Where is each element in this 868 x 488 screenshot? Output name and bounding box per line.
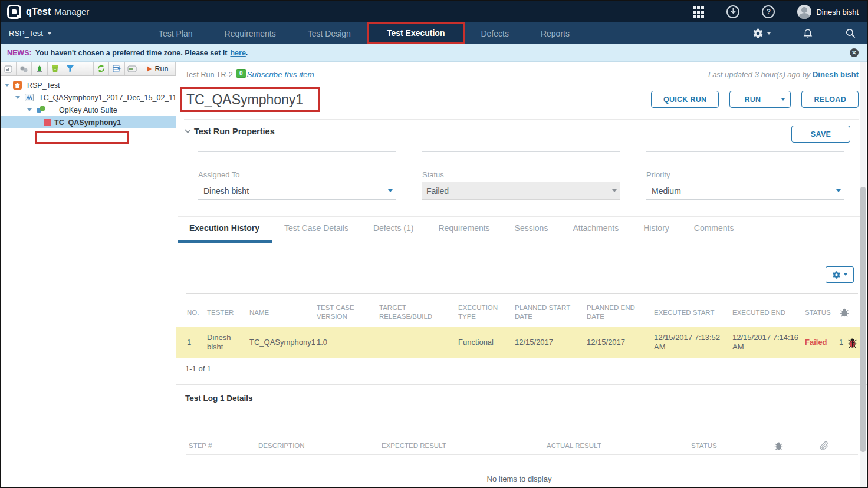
- nav-test-plan[interactable]: Test Plan: [143, 29, 209, 38]
- col-name[interactable]: NAME: [249, 308, 317, 317]
- properties-section-header[interactable]: Test Run Properties: [185, 127, 275, 136]
- col-tester[interactable]: TESTER: [207, 308, 249, 317]
- import-icon[interactable]: [32, 62, 47, 75]
- col-step[interactable]: STEP #: [189, 442, 258, 449]
- tab-comments[interactable]: Comments: [694, 223, 734, 233]
- assigned-to-dropdown[interactable]: Dinesh bisht: [198, 182, 396, 200]
- test-run-tree: RSP_Test TC_QASymphony1_2017_Dec_15_02_1…: [1, 76, 176, 128]
- last-updated-text: Last updated 3 hour(s) ago by: [708, 70, 810, 79]
- recycle-bin-icon[interactable]: [48, 62, 63, 75]
- tree-item-test-suite[interactable]: OpKey Auto Suite: [1, 104, 176, 116]
- run-split-button: RUN: [729, 91, 791, 108]
- vertical-scrollbar[interactable]: [860, 62, 866, 487]
- apps-grid-icon[interactable]: [693, 6, 704, 18]
- scrollbar-thumb[interactable]: [860, 187, 866, 452]
- tab-attachments[interactable]: Attachments: [573, 223, 619, 233]
- tree-item-project[interactable]: RSP_Test: [1, 79, 176, 91]
- tab-test-case-details[interactable]: Test Case Details: [284, 223, 348, 233]
- priority-label: Priority: [646, 170, 670, 179]
- tree-item-test-cycle[interactable]: TC_QASymphony1_2017_Dec_15_02_11_47: [1, 91, 176, 104]
- col-actual-result[interactable]: ACTUAL RESULT: [547, 442, 691, 449]
- play-icon: [147, 66, 152, 72]
- save-button[interactable]: SAVE: [791, 126, 850, 143]
- download-icon[interactable]: [726, 5, 739, 18]
- card-view-icon[interactable]: [125, 62, 140, 75]
- page-title: TC_QASymphony1: [186, 92, 303, 108]
- settings-menu[interactable]: [752, 28, 771, 39]
- run-button-main[interactable]: RUN: [730, 91, 775, 107]
- subscribe-link[interactable]: Subscribe this item: [247, 70, 314, 79]
- nav-requirements[interactable]: Requirements: [209, 29, 292, 38]
- add-test-run-icon[interactable]: [1, 62, 17, 75]
- news-here-link[interactable]: here: [230, 49, 245, 57]
- search-icon[interactable]: [845, 28, 856, 39]
- status-dropdown[interactable]: Failed: [422, 182, 620, 200]
- caret-down-icon[interactable]: [15, 96, 20, 99]
- priority-value: Medium: [647, 186, 681, 196]
- test-suite-icon: [37, 106, 45, 114]
- topbar: qTest Manager ? Dinesh bisht: [1, 1, 867, 22]
- test-run-icon: [44, 119, 51, 126]
- priority-dropdown[interactable]: Medium: [646, 182, 844, 200]
- toolbar-spacer: [78, 62, 94, 75]
- col-executed-end[interactable]: EXECUTED END: [732, 308, 805, 317]
- tab-defects[interactable]: Defects (1): [373, 223, 413, 233]
- qtest-logo-icon: [7, 5, 21, 19]
- run-button[interactable]: Run: [140, 62, 176, 75]
- news-suffix: .: [246, 49, 248, 57]
- nav-test-execution[interactable]: Test Execution: [371, 28, 461, 38]
- quick-run-button[interactable]: QUICK RUN: [651, 91, 719, 108]
- nav-test-design[interactable]: Test Design: [292, 29, 367, 38]
- filter-icon[interactable]: [63, 62, 78, 75]
- caret-down-icon[interactable]: [27, 108, 32, 111]
- tab-sessions[interactable]: Sessions: [515, 223, 548, 233]
- properties-heading: Test Run Properties: [194, 127, 275, 136]
- defect-count: 1: [839, 338, 843, 347]
- user-menu[interactable]: Dinesh bisht: [797, 5, 859, 19]
- tab-requirements[interactable]: Requirements: [438, 223, 489, 233]
- col-expected-result[interactable]: EXPECTED RESULT: [382, 442, 547, 449]
- col-no[interactable]: NO.: [187, 308, 207, 317]
- reload-button[interactable]: RELOAD: [801, 91, 859, 108]
- chevron-down-icon: [844, 273, 847, 276]
- col-execution-type[interactable]: EXECUTION TYPE: [458, 304, 515, 321]
- batch-add-icon[interactable]: [17, 62, 32, 75]
- col-test-case-version[interactable]: TEST CASE VERSION: [317, 304, 379, 321]
- nav-reports[interactable]: Reports: [525, 29, 586, 38]
- project-name: RSP_Test: [9, 29, 43, 38]
- status-label: Status: [422, 170, 444, 179]
- export-icon[interactable]: [109, 62, 124, 75]
- col-target-release[interactable]: TARGET RELEASE/BUILD: [379, 304, 458, 321]
- help-icon[interactable]: ?: [762, 5, 775, 18]
- brand: qTest Manager: [7, 5, 89, 19]
- cell-executed-end: 12/15/2017 7:14:16 AM: [732, 333, 805, 352]
- news-close-icon[interactable]: ✕: [850, 48, 859, 57]
- nav-defects[interactable]: Defects: [465, 29, 524, 38]
- assigned-to-value: Dinesh bisht: [199, 186, 249, 196]
- bell-icon[interactable]: [803, 28, 813, 39]
- table-settings-button[interactable]: [826, 266, 854, 283]
- tree-label: TC_QASymphony1_2017_Dec_15_02_11_47: [39, 94, 189, 102]
- refresh-icon[interactable]: [94, 62, 109, 75]
- nav-items: Test Plan Requirements Test Design Test …: [143, 23, 586, 44]
- cell-version: 1.0: [317, 338, 379, 347]
- caret-down-icon[interactable]: [5, 84, 9, 87]
- annotation-box-nav: Test Execution: [367, 22, 465, 44]
- tab-execution-history[interactable]: Execution History: [189, 223, 259, 233]
- col-planned-start[interactable]: PLANNED START DATE: [515, 304, 587, 321]
- cell-no: 1: [187, 338, 207, 347]
- history-row-1[interactable]: 1 Dinesh bisht TC_QASymphony1 1.0 Functi…: [176, 327, 862, 358]
- col-executed-start[interactable]: EXECUTED START: [654, 308, 732, 317]
- col-log-status[interactable]: STATUS: [691, 442, 774, 449]
- tab-history[interactable]: History: [643, 223, 669, 233]
- col-attachment-icon: [820, 441, 855, 451]
- run-button-dropdown[interactable]: [775, 91, 790, 107]
- user-name: Dinesh bisht: [816, 8, 859, 17]
- project-selector[interactable]: RSP_Test: [1, 29, 143, 38]
- col-status[interactable]: STATUS: [805, 308, 839, 317]
- bug-red-icon: [847, 337, 858, 348]
- tree-item-test-run-selected[interactable]: TC_QASymphony1: [1, 116, 176, 128]
- col-description[interactable]: DESCRIPTION: [258, 442, 382, 449]
- assigned-to-label: Assigned To: [198, 170, 240, 179]
- col-planned-end[interactable]: PLANNED END DATE: [587, 304, 654, 321]
